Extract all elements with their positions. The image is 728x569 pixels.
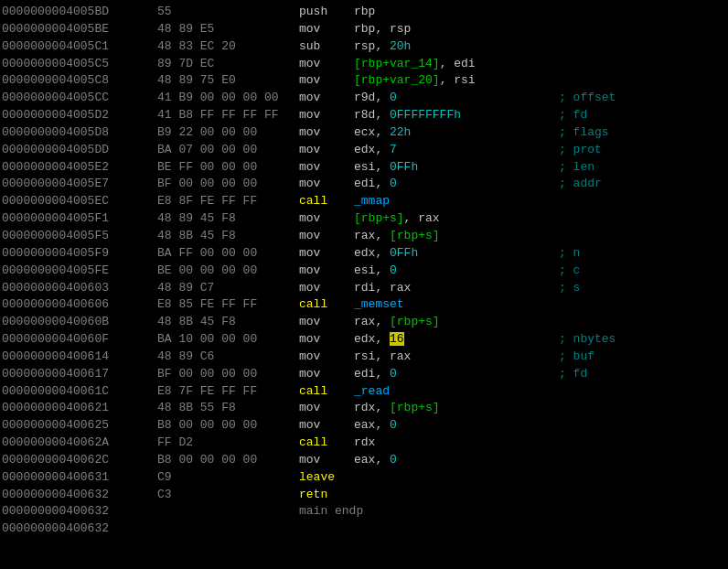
bytes-cell: BF 00 00 00 00: [157, 366, 299, 383]
comment-cell: ; flags: [555, 124, 609, 142]
mnemonic-cell: mov: [299, 210, 354, 228]
bytes-cell: BF 00 00 00 00: [157, 176, 299, 193]
table-row: 00000000040062148 8B 55 F8movrdx, [rbp+s…: [2, 400, 726, 417]
operand-memory: [rbp+var_14]: [354, 57, 440, 70]
operands-cell: rsi, rax: [354, 349, 555, 366]
table-row: 0000000004005D241 B8 FF FF FF FFmovr8d, …: [2, 107, 726, 124]
operands-cell: r9d, 0: [354, 90, 555, 107]
address-cell: 00000000040060F: [2, 331, 157, 349]
operand-number: 0: [390, 91, 397, 104]
mnemonic-cell: push: [299, 4, 354, 21]
comment-cell: ; fd: [555, 107, 587, 124]
operand-number: 20h: [390, 39, 411, 53]
mnemonic-cell: mov: [299, 21, 354, 38]
bytes-cell: 48 89 45 F8: [157, 210, 299, 228]
operand-text: ,: [375, 349, 390, 363]
table-row: 0000000004005F548 8B 45 F8movrax, [rbp+s…: [2, 228, 726, 245]
operands-cell: r8d, 0FFFFFFFFh: [354, 107, 555, 124]
table-row: 000000000400632C3retn: [2, 487, 726, 504]
mnemonic-cell: mov: [299, 159, 354, 177]
comment-cell: ; s: [555, 280, 580, 297]
table-row: 00000000040061448 89 C6movrsi, rax; buf: [2, 349, 726, 366]
bytes-cell: 48 89 C7: [157, 280, 299, 297]
operands-cell: rax, [rbp+s]: [354, 228, 555, 245]
operand-register: esi: [354, 160, 375, 174]
operands-cell: [rbp+s], rax: [354, 210, 555, 228]
bytes-cell: B8 00 00 00 00: [157, 417, 299, 435]
table-row: 00000000040060348 89 C7movrdi, rax; s: [2, 280, 726, 297]
operand-number: 0FFh: [390, 160, 418, 174]
address-cell: 0000000004005BD: [2, 4, 157, 21]
mnemonic-cell: mov: [299, 245, 354, 263]
mnemonic-cell: mov: [299, 417, 354, 435]
bytes-cell: 89 7D EC: [157, 56, 299, 73]
mnemonic-cell: call: [299, 296, 354, 314]
bytes-cell: C3: [157, 487, 299, 504]
operand-text: ,: [375, 177, 390, 190]
operand-text: ,: [375, 453, 390, 467]
address-cell: 000000000400621: [2, 400, 157, 417]
operand-memory: [rbp+var_20]: [354, 73, 440, 87]
comment-cell: ; prot: [555, 142, 602, 159]
mnemonic-cell: mov: [299, 331, 354, 349]
operand-text: ,: [375, 229, 390, 242]
bytes-cell: 48 8B 55 F8: [157, 400, 299, 417]
operand-memory: [rbp+s]: [390, 315, 440, 328]
table-row: 000000000400632: [2, 521, 726, 538]
operands-cell: edi, 0: [354, 366, 555, 383]
address-cell: 000000000400606: [2, 296, 157, 314]
operand-number: 0: [390, 418, 397, 432]
operands-cell: edx, 7: [354, 142, 555, 159]
operand-text: ,: [440, 57, 455, 70]
operand-text: ,: [375, 39, 390, 53]
operands-cell: eax, 0: [354, 452, 555, 469]
operands-cell: edx, 16: [354, 331, 555, 349]
address-cell: 0000000004005CC: [2, 90, 157, 107]
bytes-cell: BA 07 00 00 00: [157, 142, 299, 159]
address-cell: 0000000004005F5: [2, 228, 157, 245]
bytes-cell: 48 89 C6: [157, 349, 299, 366]
address-cell: 000000000400603: [2, 280, 157, 297]
operand-register: rax: [354, 315, 375, 328]
table-row: 0000000004005BD55pushrbp: [2, 4, 726, 21]
address-cell: 0000000004005C5: [2, 56, 157, 73]
mnemonic-cell: mov: [299, 263, 354, 280]
operands-cell: _read: [354, 383, 555, 401]
operand-register: edi: [354, 367, 375, 381]
operand-register: rsi: [354, 349, 375, 363]
address-cell: 000000000400625: [2, 417, 157, 435]
address-cell: 0000000004005DD: [2, 142, 157, 159]
address-cell: 00000000040061C: [2, 383, 157, 401]
operand-memory: [rbp+s]: [354, 211, 404, 225]
operand-text: ,: [375, 246, 390, 260]
comment-cell: ; offset: [555, 90, 616, 107]
table-row: 0000000004005F148 89 45 F8mov[rbp+s], ra…: [2, 210, 726, 228]
operand-register: r9d: [354, 91, 375, 104]
operands-cell: esi, 0FFh: [354, 159, 555, 177]
operand-label: _memset: [354, 297, 404, 311]
operand-text: ,: [375, 143, 390, 156]
bytes-cell: E8 8F FE FF FF: [157, 193, 299, 210]
table-row: 00000000040062AFF D2callrdx: [2, 435, 726, 452]
address-cell: 000000000400617: [2, 366, 157, 383]
operand-register: eax: [354, 418, 375, 432]
operands-cell: rax, [rbp+s]: [354, 314, 555, 331]
table-row: 0000000004005C589 7D ECmov[rbp+var_14], …: [2, 56, 726, 73]
address-cell: 0000000004005F9: [2, 245, 157, 263]
operand-register: edi: [354, 177, 375, 190]
bytes-cell: B8 00 00 00 00: [157, 452, 299, 469]
table-row: 0000000004005BE48 89 E5movrbp, rsp: [2, 21, 726, 38]
operand-text: ,: [375, 401, 390, 414]
mnemonic-cell: retn: [299, 487, 354, 504]
operands-cell: _mmap: [354, 193, 555, 210]
operand-number: 0: [390, 263, 397, 277]
table-row: 0000000004005F9BA FF 00 00 00movedx, 0FF…: [2, 245, 726, 263]
bytes-cell: FF D2: [157, 435, 299, 452]
table-row: 0000000004005FEBE 00 00 00 00movesi, 0; …: [2, 263, 726, 280]
operand-text: ,: [375, 108, 390, 122]
mnemonic-cell: mov: [299, 90, 354, 107]
operands-cell: ecx, 22h: [354, 124, 555, 142]
address-cell: 000000000400632: [2, 521, 157, 538]
operand-number: 7: [390, 143, 397, 156]
address-cell: 0000000004005FE: [2, 263, 157, 280]
